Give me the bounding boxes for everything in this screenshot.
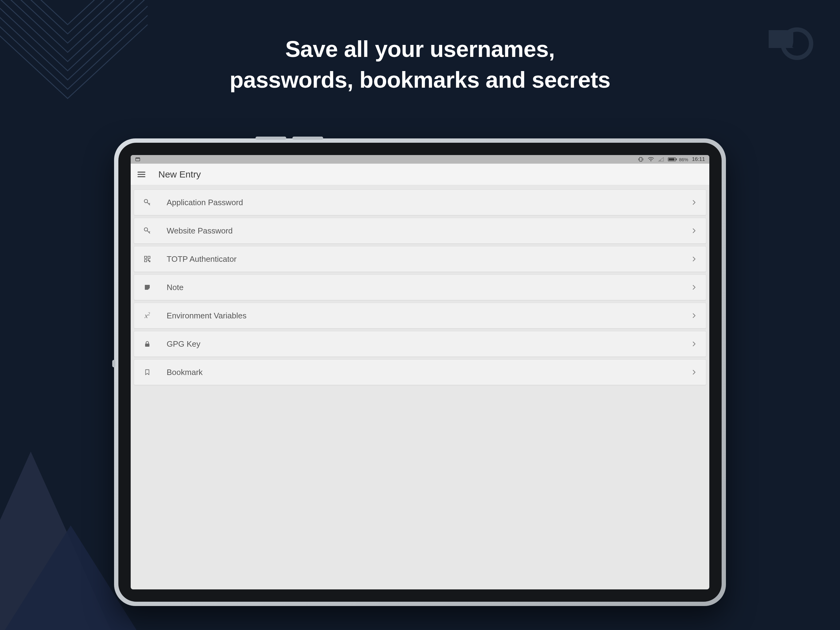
promo-headline: Save all your usernames, passwords, book… <box>0 34 840 95</box>
key-icon <box>143 226 152 235</box>
svg-rect-14 <box>669 158 674 161</box>
signal-icon <box>658 157 664 162</box>
tablet-mockup: 86% 16:11 New Entry Application Pa <box>114 138 726 606</box>
svg-rect-6 <box>136 158 140 159</box>
entry-label: Bookmark <box>167 367 676 377</box>
battery-icon <box>668 157 677 161</box>
key-icon <box>143 198 152 207</box>
variable-icon: x2 <box>143 311 152 320</box>
chevron-right-icon <box>691 256 697 263</box>
vibrate-icon <box>638 157 644 162</box>
entry-gpg-key[interactable]: GPG Key <box>134 331 706 357</box>
svg-rect-32 <box>145 343 149 347</box>
svg-rect-27 <box>145 260 147 262</box>
svg-line-24 <box>149 231 150 232</box>
entry-note[interactable]: Note <box>134 274 706 300</box>
chevron-right-icon <box>691 312 697 319</box>
entry-label: Note <box>167 283 676 292</box>
svg-rect-26 <box>148 256 150 258</box>
svg-rect-29 <box>149 261 150 262</box>
chevron-right-icon <box>691 340 697 347</box>
entry-application-password[interactable]: Application Password <box>134 190 706 215</box>
chevron-right-icon <box>691 199 697 206</box>
entry-environment-variables[interactable]: x2 Environment Variables <box>134 303 706 329</box>
wifi-icon <box>647 157 654 162</box>
entry-label: Environment Variables <box>167 311 676 321</box>
svg-point-22 <box>144 228 148 231</box>
svg-point-10 <box>651 160 652 161</box>
entry-label: GPG Key <box>167 339 676 349</box>
entry-label: Website Password <box>167 226 676 236</box>
entry-type-list: Application Password Website Password <box>131 185 709 389</box>
bookmark-icon <box>143 367 152 377</box>
screenshot-indicator-icon <box>135 157 141 162</box>
entry-totp-authenticator[interactable]: TOTP Authenticator <box>134 246 706 272</box>
entry-label: Application Password <box>167 198 676 207</box>
hamburger-menu-icon[interactable] <box>137 170 146 179</box>
note-icon <box>143 283 152 292</box>
svg-rect-25 <box>145 256 147 258</box>
chevron-right-icon <box>691 369 697 375</box>
svg-rect-15 <box>676 158 677 160</box>
battery-percent: 86% <box>679 157 688 162</box>
statusbar-time: 16:11 <box>692 156 705 162</box>
app-header: New Entry <box>131 164 709 185</box>
svg-line-21 <box>149 203 150 204</box>
qr-icon <box>143 255 152 264</box>
status-bar: 86% 16:11 <box>131 155 709 164</box>
svg-marker-11 <box>658 157 663 161</box>
svg-rect-7 <box>639 157 642 161</box>
entry-label: TOTP Authenticator <box>167 255 676 264</box>
lock-icon <box>143 339 152 348</box>
page-title: New Entry <box>158 169 201 180</box>
svg-point-19 <box>144 199 148 203</box>
chevron-right-icon <box>691 284 697 291</box>
entry-website-password[interactable]: Website Password <box>134 218 706 244</box>
entry-bookmark[interactable]: Bookmark <box>134 359 706 385</box>
chevron-right-icon <box>691 227 697 234</box>
svg-rect-28 <box>148 260 149 261</box>
